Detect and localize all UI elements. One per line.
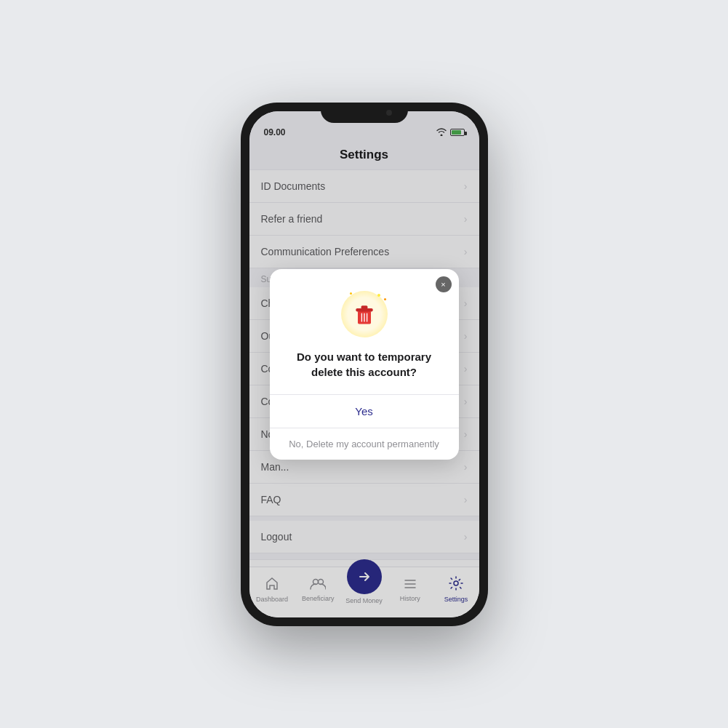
trash-icon [351, 301, 377, 327]
modal-close-button[interactable]: × [436, 276, 452, 292]
modal-icon-wrapper [287, 291, 441, 337]
phone-screen: 09.00 Settings ID Documents › [249, 111, 479, 617]
notch [321, 103, 408, 123]
phone-device: 09.00 Settings ID Documents › [241, 103, 488, 626]
trash-icon-circle [341, 291, 388, 337]
delete-confirmation-modal: × [270, 269, 459, 460]
close-icon: × [441, 280, 445, 289]
modal-body: Do you want to temporary delete this acc… [270, 269, 459, 380]
svg-rect-7 [361, 305, 367, 309]
modal-overlay: × [249, 111, 479, 617]
modal-no-button[interactable]: No, Delete my account permanently [270, 428, 459, 460]
modal-title: Do you want to temporary delete this acc… [287, 349, 441, 380]
modal-yes-button[interactable]: Yes [270, 395, 459, 428]
